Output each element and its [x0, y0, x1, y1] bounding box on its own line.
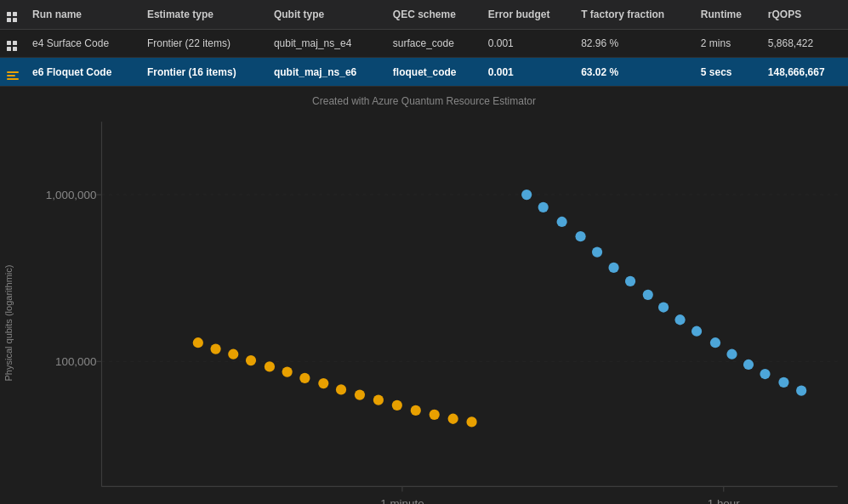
- cell-runtime: 5 secs: [694, 58, 761, 87]
- grid-icon: [7, 41, 17, 51]
- cell-error-budget: 0.001: [481, 30, 574, 58]
- cell-estimate-type: Frontier (22 items): [140, 30, 267, 58]
- svg-point-17: [608, 263, 618, 273]
- svg-point-15: [575, 231, 585, 241]
- svg-point-14: [557, 217, 567, 227]
- table-row[interactable]: e4 Surface CodeFrontier (22 items)qubit_…: [0, 30, 848, 58]
- cell-run-name: e4 Surface Code: [26, 30, 140, 58]
- col-header-rqops[interactable]: rQOPS: [761, 0, 848, 30]
- app-container: Run name Estimate type Qubit type QEC sc…: [0, 0, 848, 504]
- chart-svg: 1,000,000 100,000 1 minute 1 hour: [19, 111, 848, 504]
- row-icon-cell: [0, 58, 26, 87]
- svg-point-34: [282, 366, 293, 377]
- lines-icon: [7, 71, 19, 80]
- cell-qec-scheme: surface_code: [386, 30, 481, 58]
- svg-point-31: [228, 349, 238, 360]
- svg-point-22: [691, 326, 702, 337]
- svg-point-40: [392, 400, 402, 411]
- svg-point-23: [710, 337, 720, 348]
- chart-inner: Physical qubits (logarithmic) 1,000,000: [0, 111, 848, 504]
- svg-point-38: [355, 389, 365, 399]
- grid-icon: [7, 12, 17, 22]
- svg-point-35: [299, 373, 310, 383]
- svg-point-24: [726, 349, 737, 360]
- svg-point-27: [778, 377, 788, 388]
- cell-t-factory-fraction: 63.02 %: [574, 58, 694, 87]
- cell-runtime: 2 mins: [694, 30, 761, 58]
- chart-area: Created with Azure Quantum Resource Esti…: [0, 87, 848, 504]
- svg-text:1 hour: 1 hour: [708, 497, 741, 504]
- col-header-runtime[interactable]: Runtime: [694, 0, 761, 30]
- svg-point-16: [592, 246, 602, 257]
- cell-error-budget: 0.001: [481, 58, 574, 87]
- svg-point-13: [538, 202, 549, 212]
- svg-point-12: [521, 190, 532, 200]
- row-icon-cell: [0, 30, 26, 58]
- col-header-estimate-type[interactable]: Estimate type: [140, 0, 267, 30]
- col-header-t-factory[interactable]: T factory fraction: [574, 0, 694, 30]
- svg-point-28: [796, 386, 806, 396]
- svg-point-39: [373, 395, 384, 405]
- svg-point-41: [411, 405, 421, 416]
- chart-plot-area: 1,000,000 100,000 1 minute 1 hour: [19, 111, 848, 504]
- cell-qubit-type: qubit_maj_ns_e4: [267, 30, 386, 58]
- y-axis-label: Physical qubits (logarithmic): [0, 111, 19, 504]
- svg-point-36: [318, 378, 328, 388]
- results-table-wrapper: Run name Estimate type Qubit type QEC sc…: [0, 0, 848, 87]
- svg-point-32: [246, 355, 256, 365]
- svg-text:1 minute: 1 minute: [380, 497, 424, 504]
- cell-estimate-type: Frontier (16 items): [140, 58, 267, 87]
- cell-qec-scheme: floquet_code: [386, 58, 481, 87]
- cell-rqops: 5,868,422: [761, 30, 848, 58]
- svg-point-19: [643, 290, 653, 300]
- svg-point-25: [743, 360, 754, 370]
- col-header-run-name[interactable]: Run name: [26, 0, 140, 30]
- col-header-qec-scheme[interactable]: QEC scheme: [386, 0, 481, 30]
- svg-point-43: [448, 414, 458, 424]
- svg-point-30: [210, 343, 220, 354]
- col-header-icon: [0, 0, 26, 30]
- svg-point-29: [193, 337, 203, 348]
- cell-rqops: 148,666,667: [761, 58, 848, 87]
- chart-title: Created with Azure Quantum Resource Esti…: [0, 95, 848, 107]
- col-header-qubit-type[interactable]: Qubit type: [267, 0, 386, 30]
- table-header-row: Run name Estimate type Qubit type QEC sc…: [0, 0, 848, 30]
- cell-run-name: e6 Floquet Code: [26, 58, 140, 87]
- svg-text:100,000: 100,000: [55, 355, 96, 368]
- results-table: Run name Estimate type Qubit type QEC sc…: [0, 0, 848, 87]
- svg-point-21: [674, 314, 685, 325]
- cell-t-factory-fraction: 82.96 %: [574, 30, 694, 58]
- svg-point-18: [625, 276, 635, 286]
- svg-point-44: [467, 416, 477, 427]
- col-header-error-budget[interactable]: Error budget: [481, 0, 574, 30]
- cell-qubit-type: qubit_maj_ns_e6: [267, 58, 386, 87]
- table-row[interactable]: e6 Floquet CodeFrontier (16 items)qubit_…: [0, 58, 848, 87]
- svg-point-42: [430, 410, 440, 420]
- svg-point-20: [658, 302, 669, 312]
- svg-point-26: [760, 369, 770, 379]
- chart-svg-container: 1,000,000 100,000 1 minute 1 hour: [19, 111, 848, 504]
- svg-point-37: [336, 384, 346, 394]
- svg-text:1,000,000: 1,000,000: [46, 189, 97, 201]
- svg-point-33: [265, 361, 275, 371]
